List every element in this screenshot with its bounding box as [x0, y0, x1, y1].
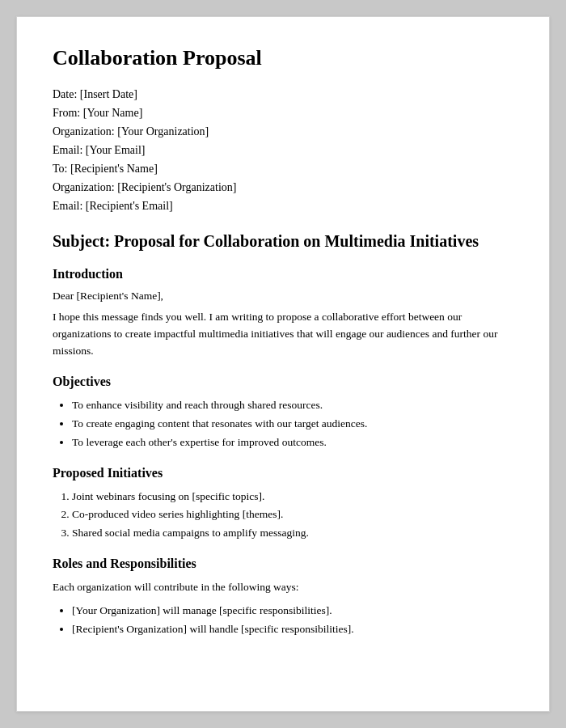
list-item: Shared social media campaigns to amplify… [72, 525, 513, 542]
objectives-list: To enhance visibility and reach through … [72, 397, 513, 451]
list-item: [Your Organization] will manage [specifi… [72, 603, 513, 620]
list-item: [Recipient's Organization] will handle [… [72, 621, 513, 638]
list-item: To create engaging content that resonate… [72, 416, 513, 433]
list-item: Co-produced video series highlighting [t… [72, 506, 513, 523]
proposed-initiatives-list: Joint webinars focusing on [specific top… [72, 489, 513, 543]
document-container: Collaboration Proposal Date: [Insert Dat… [16, 16, 550, 712]
meta-to: To: [Recipient's Name] [53, 163, 513, 176]
roles-list: [Your Organization] will manage [specifi… [72, 603, 513, 638]
document-title: Collaboration Proposal [53, 46, 513, 70]
meta-org-recipient: Organization: [Recipient's Organization] [53, 181, 513, 194]
introduction-heading: Introduction [53, 267, 513, 281]
meta-date: Date: [Insert Date] [53, 88, 513, 101]
roles-intro: Each organization will contribute in the… [53, 579, 513, 596]
proposed-initiatives-heading: Proposed Initiatives [53, 466, 513, 480]
introduction-body: I hope this message finds you well. I am… [53, 309, 513, 360]
list-item: Joint webinars focusing on [specific top… [72, 489, 513, 506]
objectives-heading: Objectives [53, 375, 513, 389]
meta-email-sender: Email: [Your Email] [53, 144, 513, 157]
subject-heading: Subject: Proposal for Collaboration on M… [53, 231, 513, 252]
roles-heading: Roles and Responsibilities [53, 557, 513, 571]
meta-email-recipient: Email: [Recipient's Email] [53, 200, 513, 213]
introduction-greeting: Dear [Recipient's Name], [53, 290, 513, 303]
list-item: To leverage each other's expertise for i… [72, 434, 513, 451]
meta-org-sender: Organization: [Your Organization] [53, 125, 513, 138]
list-item: To enhance visibility and reach through … [72, 397, 513, 414]
meta-from: From: [Your Name] [53, 107, 513, 120]
